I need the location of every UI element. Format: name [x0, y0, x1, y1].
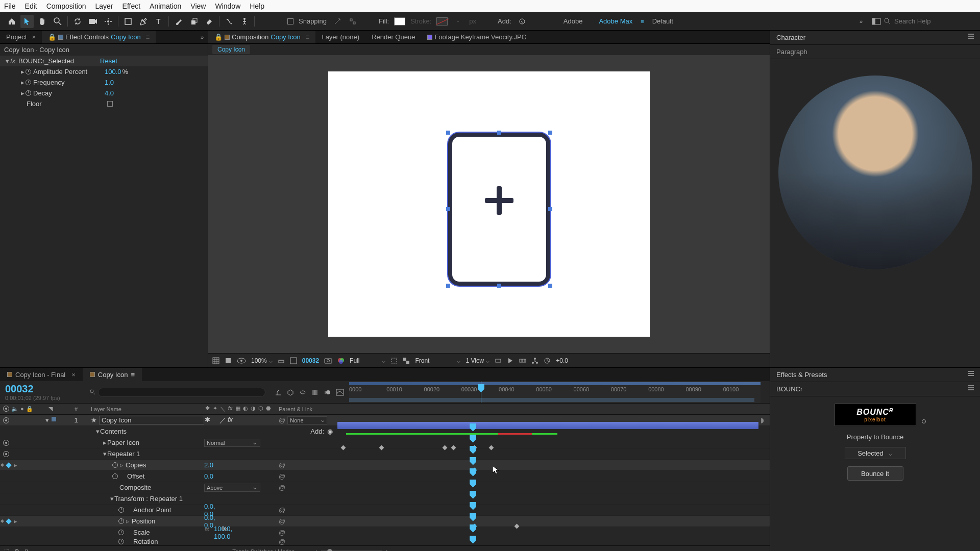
- eye-column-icon[interactable]: [3, 406, 9, 412]
- guides-icon[interactable]: [290, 357, 297, 364]
- clone-tool-icon[interactable]: [187, 15, 201, 28]
- footage-tab[interactable]: Footage Keyframe Veocity.JPG: [421, 31, 532, 43]
- workspace-menu-icon[interactable]: ≡: [641, 18, 644, 24]
- frame-blend-icon[interactable]: [311, 389, 318, 396]
- add-arrow-icon[interactable]: [516, 15, 529, 28]
- copy-icon-shape[interactable]: [448, 133, 550, 286]
- comp-mini-flowchart-icon[interactable]: [275, 389, 282, 396]
- blend-mode-dropdown[interactable]: Normal⌵: [204, 439, 260, 447]
- menu-animation[interactable]: Animation: [150, 2, 181, 10]
- render-queue-tab[interactable]: Render Queue: [365, 31, 421, 43]
- copies-value[interactable]: 2.0: [204, 461, 210, 469]
- composition-tab[interactable]: 🔒 Composition Copy Icon ≡: [208, 31, 315, 43]
- pickwhip-icon[interactable]: @: [279, 517, 285, 525]
- position-row[interactable]: ▸ ▹Position 0.0, 0.0 @: [0, 516, 770, 527]
- panel-menu-icon[interactable]: [968, 385, 974, 393]
- menu-edit[interactable]: Edit: [25, 2, 37, 10]
- workspace-default[interactable]: Default: [652, 17, 673, 25]
- expression-enable-icon[interactable]: ▹: [120, 461, 124, 469]
- camera-tool-icon[interactable]: [86, 15, 100, 28]
- selection-tool-icon[interactable]: [20, 15, 34, 28]
- label-swatch[interactable]: [51, 416, 57, 422]
- graph-editor-icon[interactable]: [336, 389, 344, 396]
- overflow-icon[interactable]: »: [860, 18, 863, 24]
- pixel-aspect-icon[interactable]: [495, 357, 502, 364]
- twirl-icon[interactable]: ▾: [109, 495, 114, 503]
- panel-menu-icon[interactable]: ≡: [306, 33, 310, 41]
- panel-menu-icon[interactable]: ≡: [131, 371, 135, 379]
- flowchart-icon[interactable]: [531, 357, 538, 364]
- menu-file[interactable]: File: [4, 2, 16, 10]
- effect-controls-tab[interactable]: 🔒 Effect Controls Copy Icon ≡: [42, 31, 156, 43]
- home-tool-icon[interactable]: [5, 15, 18, 28]
- paper-icon-row[interactable]: ▸Paper Icon Normal⌵: [0, 437, 770, 448]
- resolution-dropdown[interactable]: Full ⌵: [350, 357, 385, 364]
- grid-icon[interactable]: [212, 357, 219, 364]
- decay-value[interactable]: 4.0: [105, 89, 114, 97]
- prev-keyframe-icon[interactable]: [1, 463, 4, 467]
- floor-checkbox[interactable]: [107, 101, 113, 107]
- twirl-icon[interactable]: ▾: [102, 450, 107, 458]
- brush-tool-icon[interactable]: [172, 15, 185, 28]
- pickwhip-icon[interactable]: @: [279, 416, 285, 424]
- motion-blur-icon[interactable]: [324, 389, 331, 396]
- composition-viewer[interactable]: [208, 55, 770, 353]
- effects-presets-panel[interactable]: Effects & Presets: [770, 368, 980, 382]
- help-search-input[interactable]: [894, 17, 976, 25]
- zoom-in-icon[interactable]: ▴: [385, 548, 388, 551]
- repeater-row[interactable]: ▾Repeater 1: [0, 448, 770, 460]
- zoom-out-icon[interactable]: ▴: [315, 548, 318, 551]
- add-shape-icon[interactable]: ◉: [327, 428, 333, 435]
- stopwatch-icon[interactable]: [118, 539, 124, 544]
- character-panel-tab[interactable]: Character: [770, 31, 980, 45]
- scale-row[interactable]: Scale ∞100.0, 100.0% @: [0, 527, 770, 538]
- pickwhip-icon[interactable]: @: [279, 529, 285, 536]
- offset-row[interactable]: Offset 0.0 @: [0, 471, 770, 482]
- next-keyframe-icon[interactable]: ▸: [14, 517, 17, 525]
- marker-icon[interactable]: ◗: [761, 416, 764, 424]
- camera-dropdown[interactable]: Front ⌵: [415, 357, 460, 364]
- panel-menu-icon[interactable]: [968, 34, 974, 41]
- pickwhip-icon[interactable]: @: [279, 506, 285, 514]
- copies-row[interactable]: ▸ ▹Copies 2.0 @: [0, 460, 770, 471]
- channel-icon[interactable]: [337, 357, 345, 364]
- toggle-mask-icon[interactable]: [225, 357, 232, 364]
- reset-link[interactable]: Reset: [100, 57, 117, 65]
- hand-tool-icon[interactable]: [36, 15, 49, 28]
- amplitude-value[interactable]: 100.0: [105, 68, 121, 76]
- bounce-it-button[interactable]: Bounce It: [847, 466, 903, 481]
- visibility-toggle-icon[interactable]: [3, 440, 9, 446]
- pickwhip-icon[interactable]: @: [279, 472, 285, 480]
- close-icon[interactable]: ×: [32, 33, 36, 41]
- current-time-display[interactable]: 00032 0;00;01;02 (29.97 fps): [0, 381, 86, 403]
- bouncr-panel-tab[interactable]: BOUNCr: [770, 382, 980, 396]
- lock-column-icon[interactable]: 🔒: [26, 406, 33, 412]
- eraser-tool-icon[interactable]: [203, 15, 216, 28]
- prev-keyframe-icon[interactable]: [1, 519, 4, 523]
- twirl-icon[interactable]: ▸: [19, 79, 26, 86]
- menu-effect[interactable]: Effect: [122, 2, 141, 10]
- scale-value[interactable]: 100.0, 100.0: [214, 525, 220, 540]
- orbit-tool-icon[interactable]: [71, 15, 84, 28]
- next-keyframe-icon[interactable]: ▸: [14, 461, 17, 469]
- menu-view[interactable]: View: [190, 2, 206, 10]
- twirl-icon[interactable]: ▾: [4, 57, 10, 65]
- composite-row[interactable]: Composite Above⌵ @: [0, 482, 770, 493]
- draft3d-icon[interactable]: [287, 389, 294, 396]
- layer-row[interactable]: ▾ 1 ★Copy Icon ✱／fx @None⌵ ◗: [0, 415, 770, 426]
- puppet-tool-icon[interactable]: [238, 15, 251, 28]
- pickwhip-icon[interactable]: @: [279, 461, 285, 469]
- twirl-icon[interactable]: ▸: [19, 89, 26, 97]
- stopwatch-icon[interactable]: [112, 473, 118, 479]
- magnification-dropdown[interactable]: 100% ⌵: [251, 357, 273, 364]
- paragraph-panel-tab[interactable]: Paragraph: [770, 45, 980, 59]
- snap-opt1-icon[interactable]: [331, 15, 344, 28]
- transparency-icon[interactable]: [403, 357, 410, 364]
- visibility-toggle-icon[interactable]: [3, 451, 9, 457]
- menu-window[interactable]: Window: [215, 2, 240, 10]
- stopwatch-icon[interactable]: [26, 69, 31, 74]
- audio-column-icon[interactable]: 🔈: [11, 406, 18, 412]
- menu-composition[interactable]: Composition: [46, 2, 86, 10]
- panel-menu-icon[interactable]: [968, 371, 974, 379]
- offset-value[interactable]: 0.0: [204, 472, 210, 480]
